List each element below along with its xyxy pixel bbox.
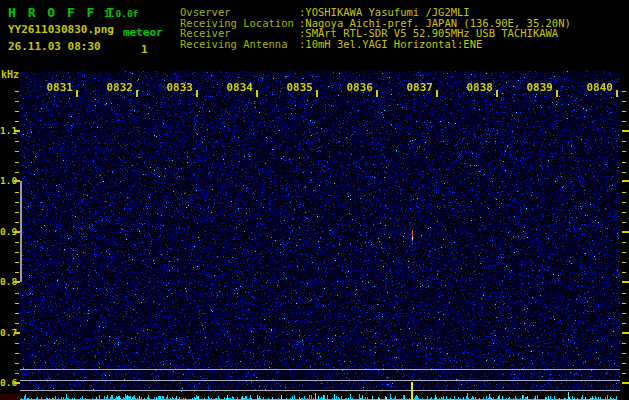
mode-label: meteor — [123, 26, 163, 39]
reference-line — [20, 380, 620, 381]
hrofft-screen: H R O F F T 1.0.0f YY2611030830.png mete… — [0, 0, 629, 400]
y-minor-tick-right — [622, 222, 626, 223]
info-label: Receiver — [180, 28, 299, 39]
app-version: 1.0.0f — [104, 8, 138, 19]
x-minute-tick — [76, 90, 78, 97]
y-major-tick-left — [14, 332, 20, 334]
signal-level-waveform — [20, 392, 617, 400]
y-minor-tick-left — [15, 313, 19, 314]
y-minor-tick-left — [15, 172, 19, 173]
filename: YY2611030830.png — [8, 23, 114, 36]
y-minor-tick-right — [622, 293, 626, 294]
y-minor-tick-right — [622, 111, 626, 112]
y-axis-tick-label: 1.0 — [0, 175, 14, 186]
x-axis-tick-label: 0837 — [389, 81, 433, 94]
x-axis-tick-label: 0834 — [209, 81, 253, 94]
x-axis-tick-label: 0839 — [509, 81, 553, 94]
y-minor-tick-left — [15, 121, 19, 122]
x-axis-tick-label: 0833 — [149, 81, 193, 94]
x-axis-tick-label: 0835 — [269, 81, 313, 94]
spectrogram-canvas — [20, 71, 620, 392]
y-minor-tick-left — [15, 373, 19, 374]
y-minor-tick-left — [15, 192, 19, 193]
y-minor-tick-right — [622, 303, 626, 304]
info-value: :10mH 3el.YAGI Horizontal:ENE — [299, 38, 482, 50]
x-axis-tick-label: 0836 — [329, 81, 373, 94]
info-label: Receiving Antenna — [180, 39, 299, 50]
y-minor-tick-left — [15, 303, 19, 304]
y-major-tick-right — [622, 130, 629, 132]
y-major-tick-right — [622, 281, 629, 283]
x-minute-tick — [376, 90, 378, 97]
reference-line — [20, 369, 620, 370]
y-minor-tick-right — [622, 242, 626, 243]
y-axis-tick-label: 0.9 — [0, 226, 14, 237]
y-major-tick-right — [622, 231, 629, 233]
x-minute-tick — [256, 90, 258, 97]
frequency-unit-label: kHz — [1, 69, 19, 80]
y-minor-tick-left — [15, 111, 19, 112]
y-major-tick-right — [622, 180, 629, 182]
y-minor-tick-left — [15, 162, 19, 163]
y-minor-tick-left — [15, 91, 19, 92]
y-minor-tick-left — [15, 202, 19, 203]
reference-line — [20, 390, 620, 391]
y-minor-tick-left — [15, 141, 19, 142]
y-minor-tick-right — [622, 192, 626, 193]
x-axis-tick-label: 0832 — [89, 81, 133, 94]
x-minute-tick — [556, 90, 558, 97]
info-row: Receiving Antenna:10mH 3el.YAGI Horizont… — [180, 39, 571, 50]
y-minor-tick-right — [622, 363, 626, 364]
y-minor-tick-left — [15, 353, 19, 354]
y-minor-tick-right — [622, 252, 626, 253]
y-minor-tick-right — [622, 141, 626, 142]
y-major-tick-left — [14, 130, 20, 132]
y-major-tick-right — [622, 382, 629, 384]
y-minor-tick-right — [622, 313, 626, 314]
y-minor-tick-right — [622, 162, 626, 163]
y-minor-tick-right — [622, 91, 626, 92]
y-axis-tick-label: 0.7 — [0, 327, 14, 338]
y-minor-tick-right — [622, 353, 626, 354]
y-minor-tick-left — [15, 242, 19, 243]
y-minor-tick-right — [622, 262, 626, 263]
meteor-count: 1 — [141, 43, 148, 56]
y-minor-tick-left — [15, 262, 19, 263]
y-minor-tick-left — [15, 293, 19, 294]
y-minor-tick-left — [15, 212, 19, 213]
y-major-tick-right — [622, 332, 629, 334]
y-minor-tick-right — [622, 121, 626, 122]
detection-band-marker — [20, 181, 22, 282]
bottom-left-corner — [0, 394, 18, 400]
info-label: Ovserver — [180, 7, 299, 18]
timestamp: 26.11.03 08:30 — [8, 40, 101, 53]
y-minor-tick-right — [622, 272, 626, 273]
y-major-tick-left — [14, 382, 20, 384]
y-minor-tick-right — [622, 101, 626, 102]
x-axis-tick-label: 0831 — [29, 81, 73, 94]
y-minor-tick-left — [15, 151, 19, 152]
y-minor-tick-right — [622, 202, 626, 203]
x-axis-tick-label: 0840 — [569, 81, 613, 94]
y-minor-tick-left — [15, 222, 19, 223]
y-minor-tick-left — [15, 101, 19, 102]
y-minor-tick-left — [15, 343, 19, 344]
x-minute-tick — [496, 90, 498, 97]
app-title: H R O F F T — [8, 5, 116, 20]
y-minor-tick-right — [622, 343, 626, 344]
y-minor-tick-right — [622, 151, 626, 152]
observation-info-panel: Ovserver:YOSHIKAWA Yasufumi /JG2MLIRecei… — [180, 7, 571, 49]
y-minor-tick-left — [15, 363, 19, 364]
x-axis-tick-label: 0838 — [449, 81, 493, 94]
x-minute-tick — [196, 90, 198, 97]
x-minute-tick — [436, 90, 438, 97]
x-minute-tick — [616, 90, 618, 97]
y-minor-tick-left — [15, 272, 19, 273]
y-minor-tick-left — [15, 252, 19, 253]
y-minor-tick-right — [622, 172, 626, 173]
y-axis-tick-label: 1.1 — [0, 125, 14, 136]
x-minute-tick — [136, 90, 138, 97]
y-minor-tick-left — [15, 323, 19, 324]
y-axis-tick-label: 0.6 — [0, 377, 14, 388]
y-minor-tick-right — [622, 212, 626, 213]
